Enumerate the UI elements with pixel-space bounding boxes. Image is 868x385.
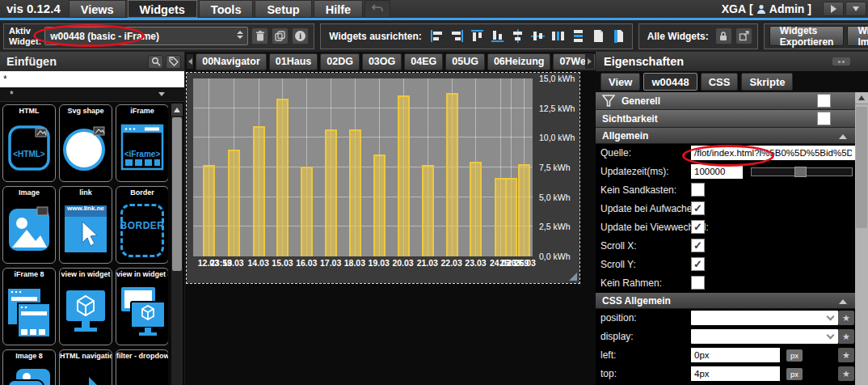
distribute-horizontal-icon[interactable] (550, 28, 567, 44)
left-star-button[interactable]: ★ (838, 348, 854, 362)
scroll-up-icon[interactable] (855, 92, 868, 104)
section-css-allgemein[interactable]: CSS Allgemein (596, 293, 855, 309)
chart-hgridline (193, 137, 533, 138)
widget-card-iframe8[interactable]: iFrame 8 (2, 268, 56, 345)
chart-xtick-label: 14.03 (247, 258, 268, 268)
menu-views[interactable]: Views (69, 0, 126, 18)
properties-title: Eigenschaften (604, 55, 684, 68)
position-select[interactable] (691, 311, 838, 325)
view-tab-05ug[interactable]: 05UG (445, 53, 485, 70)
palette-filter-input[interactable] (0, 71, 184, 87)
center-vertical-icon[interactable] (529, 28, 546, 44)
view-tab-01haus[interactable]: 01Haus (269, 53, 318, 70)
distribute-vertical-icon[interactable] (570, 28, 587, 44)
scroll-up-icon[interactable] (171, 104, 183, 116)
group-sichtbarkeit[interactable]: Sichtbarkeit (596, 110, 855, 128)
lock-widgets-button[interactable] (715, 28, 732, 44)
tab-view[interactable]: View (600, 73, 640, 91)
updatezeit-slider-handle[interactable] (794, 167, 807, 177)
widget-card-image[interactable]: Image (2, 186, 56, 264)
palette-tag-button[interactable] (166, 55, 181, 69)
widget-card-filter-dropdown[interactable]: filter - dropdown FILTER (116, 349, 168, 385)
kein-sandkasten-checkbox[interactable] (691, 183, 705, 197)
position-star-button[interactable]: ★ (838, 311, 854, 325)
widget-card-html[interactable]: HTML <HTML> (2, 104, 56, 182)
group-generell[interactable]: Generell (596, 92, 855, 110)
left-px-button[interactable]: px (786, 349, 803, 362)
scroll-y-checkbox[interactable]: ✓ (691, 257, 705, 271)
clone-widget-button[interactable] (272, 28, 289, 44)
view-tab-06heizung[interactable]: 06Heizung (487, 53, 551, 70)
run-view-button[interactable] (823, 2, 844, 16)
widget-card-html-navigation[interactable]: HTML navigation (59, 349, 112, 385)
menu-tools[interactable]: Tools (199, 0, 254, 18)
active-widget-select[interactable]: w00448 (basic - iFrame) (44, 27, 248, 45)
field-top: top: px ★ (596, 365, 855, 383)
tabs-scroll-left-button[interactable] (187, 54, 193, 69)
tab-skripte[interactable]: Skripte (741, 73, 793, 91)
view-tab-04eg[interactable]: 04EG (404, 53, 443, 70)
panel-pin-button[interactable] (832, 57, 850, 66)
top-px-button[interactable]: px (786, 368, 803, 380)
menu-widgets[interactable]: Widgets (128, 0, 197, 18)
section-allgemein[interactable]: Allgemein (596, 128, 855, 144)
palette-scrollbar[interactable] (171, 104, 183, 385)
widget-card-image8[interactable]: Image 8 (2, 349, 56, 385)
updatezeit-slider[interactable] (751, 167, 853, 176)
properties-scrollbar-thumb[interactable] (856, 107, 867, 228)
widget-card-iframe[interactable]: iFrame <iFrame> (116, 104, 168, 182)
palette-scrollbar-thumb[interactable] (172, 117, 182, 271)
updatezeit-input[interactable] (691, 164, 743, 179)
align-right-icon[interactable] (449, 28, 466, 44)
external-open-button[interactable] (735, 28, 752, 44)
match-width-icon[interactable] (590, 28, 607, 44)
menu-setup[interactable]: Setup (255, 0, 311, 18)
widget-card-border[interactable]: Border BORDER (116, 186, 168, 264)
widget-info-button[interactable]: i (292, 28, 309, 44)
widget-card-view-in-widget8[interactable]: view in widget 8 (116, 268, 168, 345)
update-aufwachen-checkbox[interactable]: ✓ (691, 201, 705, 215)
top-star-button[interactable]: ★ (838, 366, 854, 381)
align-bottom-icon[interactable] (489, 28, 506, 44)
scroll-x-checkbox[interactable]: ✓ (691, 239, 705, 252)
align-left-icon[interactable] (428, 28, 445, 44)
match-height-icon[interactable] (610, 28, 627, 44)
display-star-button[interactable]: ★ (838, 329, 854, 344)
quelle-input[interactable] (691, 146, 855, 160)
align-top-icon[interactable] (469, 28, 486, 44)
palette-search-button[interactable] (148, 55, 163, 69)
view-tab-03og[interactable]: 03OG (362, 53, 402, 70)
top-input[interactable] (691, 366, 780, 381)
widget-card-view-in-widget[interactable]: view in widget (59, 268, 112, 345)
tab-widget-w00448[interactable]: w00448 (643, 73, 697, 91)
generell-checkbox[interactable] (817, 94, 831, 108)
view-canvas[interactable]: 00Navigator 01Haus 02DG 03OG 04EG 05UG 0… (185, 52, 596, 385)
session-info: XGA [ Admin ] (722, 0, 823, 18)
center-horizontal-icon[interactable] (509, 28, 526, 44)
delete-widget-button[interactable] (251, 28, 268, 44)
display-select[interactable] (691, 329, 838, 344)
update-viewwechsel-checkbox[interactable]: ✓ (691, 220, 705, 234)
chart-bar (470, 162, 482, 256)
undo-button[interactable] (364, 0, 390, 18)
widget-resize-handle[interactable] (569, 273, 577, 281)
sichtbarkeit-checkbox[interactable] (817, 112, 831, 125)
left-input[interactable] (691, 348, 780, 362)
run-options-button[interactable] (845, 2, 866, 16)
chart-bar (301, 167, 313, 256)
widget-card-link[interactable]: link www.link.ne (59, 186, 112, 264)
kein-rahmen-checkbox[interactable] (691, 276, 705, 290)
menu-hilfe[interactable]: Hilfe (314, 0, 363, 18)
widget-card-svg-shape[interactable]: Svg shape (59, 104, 112, 182)
tab-css[interactable]: CSS (701, 73, 739, 91)
view-tab-00navigator[interactable]: 00Navigator (196, 53, 267, 70)
palette-set-select[interactable]: * (0, 87, 184, 102)
chart-bar (253, 126, 265, 256)
view-tab-02dg[interactable]: 02DG (320, 53, 360, 70)
svg-shape-widget-icon (60, 116, 112, 181)
selected-iframe-widget[interactable]: 0,0 kWh2,5 kWh5,0 kWh7,5 kWh10,0 kWh12,5… (187, 73, 579, 283)
widgets-import-button[interactable]: Widgets Importieren (847, 26, 868, 46)
properties-scrollbar[interactable] (855, 92, 868, 385)
tabs-scroll-right-button[interactable] (585, 54, 594, 69)
widgets-export-button[interactable]: Widgets Exportieren (769, 26, 845, 46)
